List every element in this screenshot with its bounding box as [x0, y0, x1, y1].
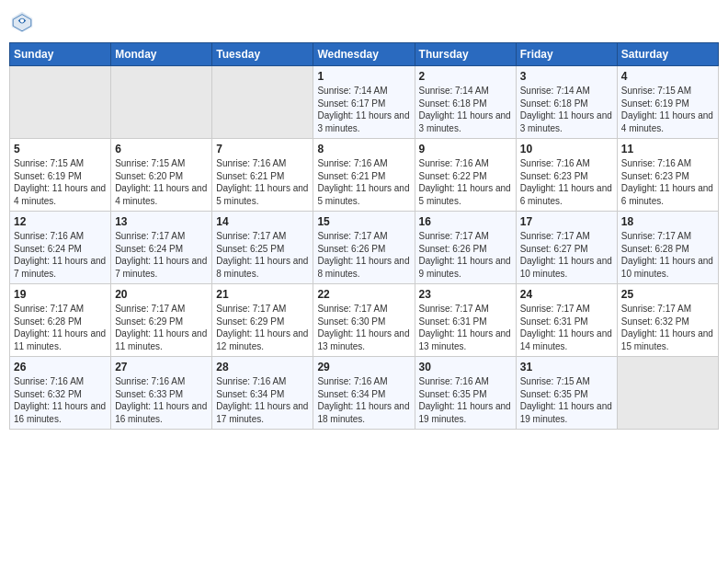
calendar-cell: 17Sunrise: 7:17 AM Sunset: 6:27 PM Dayli…: [516, 212, 617, 284]
day-number: 25: [621, 288, 714, 301]
day-number: 4: [621, 70, 714, 83]
calendar-cell: 19Sunrise: 7:17 AM Sunset: 6:28 PM Dayli…: [10, 284, 111, 357]
day-info: Sunrise: 7:17 AM Sunset: 6:26 PM Dayligh…: [419, 230, 512, 280]
weekday-header-friday: Friday: [516, 43, 617, 66]
day-number: 21: [216, 288, 309, 301]
day-number: 3: [520, 70, 613, 83]
calendar-cell: 22Sunrise: 7:17 AM Sunset: 6:30 PM Dayli…: [313, 284, 415, 357]
day-info: Sunrise: 7:17 AM Sunset: 6:28 PM Dayligh…: [621, 230, 714, 280]
day-info: Sunrise: 7:17 AM Sunset: 6:24 PM Dayligh…: [115, 230, 208, 280]
day-info: Sunrise: 7:14 AM Sunset: 6:18 PM Dayligh…: [520, 85, 613, 134]
day-number: 2: [419, 70, 512, 83]
logo: [9, 9, 39, 35]
day-info: Sunrise: 7:16 AM Sunset: 6:24 PM Dayligh…: [14, 230, 107, 280]
day-number: 7: [216, 143, 309, 155]
calendar-cell: 30Sunrise: 7:16 AM Sunset: 6:35 PM Dayli…: [415, 357, 516, 430]
calendar-header-row: SundayMondayTuesdayWednesdayThursdayFrid…: [10, 43, 719, 66]
day-number: 28: [216, 361, 309, 373]
calendar-cell: 21Sunrise: 7:17 AM Sunset: 6:29 PM Dayli…: [212, 284, 313, 357]
calendar-cell: 31Sunrise: 7:15 AM Sunset: 6:35 PM Dayli…: [516, 357, 617, 430]
day-info: Sunrise: 7:16 AM Sunset: 6:33 PM Dayligh…: [115, 375, 208, 425]
calendar-cell: 23Sunrise: 7:17 AM Sunset: 6:31 PM Dayli…: [415, 284, 516, 357]
calendar-table: SundayMondayTuesdayWednesdayThursdayFrid…: [9, 42, 719, 430]
day-number: 9: [419, 143, 512, 155]
calendar-cell: 14Sunrise: 7:17 AM Sunset: 6:25 PM Dayli…: [212, 212, 313, 284]
day-number: 23: [419, 288, 512, 301]
calendar-week-row: 5Sunrise: 7:15 AM Sunset: 6:19 PM Daylig…: [10, 139, 719, 212]
calendar-cell: [212, 66, 313, 139]
day-info: Sunrise: 7:16 AM Sunset: 6:21 PM Dayligh…: [317, 157, 410, 207]
day-info: Sunrise: 7:15 AM Sunset: 6:20 PM Dayligh…: [115, 157, 208, 207]
day-number: 22: [317, 288, 410, 301]
calendar-cell: 18Sunrise: 7:17 AM Sunset: 6:28 PM Dayli…: [617, 212, 718, 284]
calendar-cell: [111, 66, 212, 139]
day-info: Sunrise: 7:15 AM Sunset: 6:35 PM Dayligh…: [520, 375, 613, 425]
day-info: Sunrise: 7:17 AM Sunset: 6:26 PM Dayligh…: [317, 230, 410, 280]
weekday-header-tuesday: Tuesday: [212, 43, 313, 66]
day-info: Sunrise: 7:16 AM Sunset: 6:35 PM Dayligh…: [419, 375, 512, 425]
day-info: Sunrise: 7:16 AM Sunset: 6:34 PM Dayligh…: [317, 375, 410, 425]
day-info: Sunrise: 7:17 AM Sunset: 6:27 PM Dayligh…: [520, 230, 613, 280]
calendar-cell: 16Sunrise: 7:17 AM Sunset: 6:26 PM Dayli…: [415, 212, 516, 284]
day-info: Sunrise: 7:17 AM Sunset: 6:28 PM Dayligh…: [14, 303, 107, 352]
calendar-cell: 12Sunrise: 7:16 AM Sunset: 6:24 PM Dayli…: [10, 212, 111, 284]
day-info: Sunrise: 7:15 AM Sunset: 6:19 PM Dayligh…: [14, 157, 107, 207]
calendar-cell: [617, 357, 718, 430]
day-info: Sunrise: 7:16 AM Sunset: 6:22 PM Dayligh…: [419, 157, 512, 207]
day-info: Sunrise: 7:14 AM Sunset: 6:17 PM Dayligh…: [317, 85, 410, 134]
day-info: Sunrise: 7:17 AM Sunset: 6:29 PM Dayligh…: [216, 303, 309, 352]
day-info: Sunrise: 7:16 AM Sunset: 6:23 PM Dayligh…: [520, 157, 613, 207]
calendar-cell: [10, 66, 111, 139]
day-number: 12: [14, 215, 107, 228]
day-number: 1: [317, 70, 410, 83]
calendar-cell: 13Sunrise: 7:17 AM Sunset: 6:24 PM Dayli…: [111, 212, 212, 284]
calendar-cell: 26Sunrise: 7:16 AM Sunset: 6:32 PM Dayli…: [10, 357, 111, 430]
day-number: 20: [115, 288, 208, 301]
day-info: Sunrise: 7:17 AM Sunset: 6:29 PM Dayligh…: [115, 303, 208, 352]
day-info: Sunrise: 7:14 AM Sunset: 6:18 PM Dayligh…: [419, 85, 512, 134]
day-number: 15: [317, 215, 410, 228]
calendar-cell: 4Sunrise: 7:15 AM Sunset: 6:19 PM Daylig…: [617, 66, 718, 139]
calendar-cell: 10Sunrise: 7:16 AM Sunset: 6:23 PM Dayli…: [516, 139, 617, 212]
day-info: Sunrise: 7:17 AM Sunset: 6:31 PM Dayligh…: [520, 303, 613, 352]
day-number: 18: [621, 215, 714, 228]
weekday-header-sunday: Sunday: [10, 43, 111, 66]
day-number: 30: [419, 361, 512, 373]
calendar-week-row: 12Sunrise: 7:16 AM Sunset: 6:24 PM Dayli…: [10, 212, 719, 284]
day-number: 19: [14, 288, 107, 301]
calendar-cell: 3Sunrise: 7:14 AM Sunset: 6:18 PM Daylig…: [516, 66, 617, 139]
day-number: 24: [520, 288, 613, 301]
calendar-cell: 9Sunrise: 7:16 AM Sunset: 6:22 PM Daylig…: [415, 139, 516, 212]
page-header: [9, 9, 719, 35]
svg-point-2: [20, 19, 24, 23]
day-info: Sunrise: 7:17 AM Sunset: 6:31 PM Dayligh…: [419, 303, 512, 352]
weekday-header-thursday: Thursday: [415, 43, 516, 66]
day-info: Sunrise: 7:16 AM Sunset: 6:34 PM Dayligh…: [216, 375, 309, 425]
day-number: 26: [14, 361, 107, 373]
weekday-header-wednesday: Wednesday: [313, 43, 415, 66]
day-info: Sunrise: 7:16 AM Sunset: 6:21 PM Dayligh…: [216, 157, 309, 207]
day-info: Sunrise: 7:17 AM Sunset: 6:32 PM Dayligh…: [621, 303, 714, 352]
day-number: 31: [520, 361, 613, 373]
day-number: 14: [216, 215, 309, 228]
day-number: 10: [520, 143, 613, 155]
calendar-cell: 7Sunrise: 7:16 AM Sunset: 6:21 PM Daylig…: [212, 139, 313, 212]
calendar-cell: 8Sunrise: 7:16 AM Sunset: 6:21 PM Daylig…: [313, 139, 415, 212]
calendar-cell: 24Sunrise: 7:17 AM Sunset: 6:31 PM Dayli…: [516, 284, 617, 357]
calendar-cell: 1Sunrise: 7:14 AM Sunset: 6:17 PM Daylig…: [313, 66, 415, 139]
day-info: Sunrise: 7:15 AM Sunset: 6:19 PM Dayligh…: [621, 85, 714, 134]
day-info: Sunrise: 7:16 AM Sunset: 6:32 PM Dayligh…: [14, 375, 107, 425]
calendar-cell: 27Sunrise: 7:16 AM Sunset: 6:33 PM Dayli…: [111, 357, 212, 430]
calendar-week-row: 19Sunrise: 7:17 AM Sunset: 6:28 PM Dayli…: [10, 284, 719, 357]
calendar-cell: 6Sunrise: 7:15 AM Sunset: 6:20 PM Daylig…: [111, 139, 212, 212]
day-number: 11: [621, 143, 714, 155]
calendar-cell: 28Sunrise: 7:16 AM Sunset: 6:34 PM Dayli…: [212, 357, 313, 430]
calendar-cell: 5Sunrise: 7:15 AM Sunset: 6:19 PM Daylig…: [10, 139, 111, 212]
day-number: 13: [115, 215, 208, 228]
calendar-week-row: 1Sunrise: 7:14 AM Sunset: 6:17 PM Daylig…: [10, 66, 719, 139]
weekday-header-monday: Monday: [111, 43, 212, 66]
day-number: 29: [317, 361, 410, 373]
calendar-cell: 11Sunrise: 7:16 AM Sunset: 6:23 PM Dayli…: [617, 139, 718, 212]
calendar-cell: 15Sunrise: 7:17 AM Sunset: 6:26 PM Dayli…: [313, 212, 415, 284]
weekday-header-saturday: Saturday: [617, 43, 718, 66]
